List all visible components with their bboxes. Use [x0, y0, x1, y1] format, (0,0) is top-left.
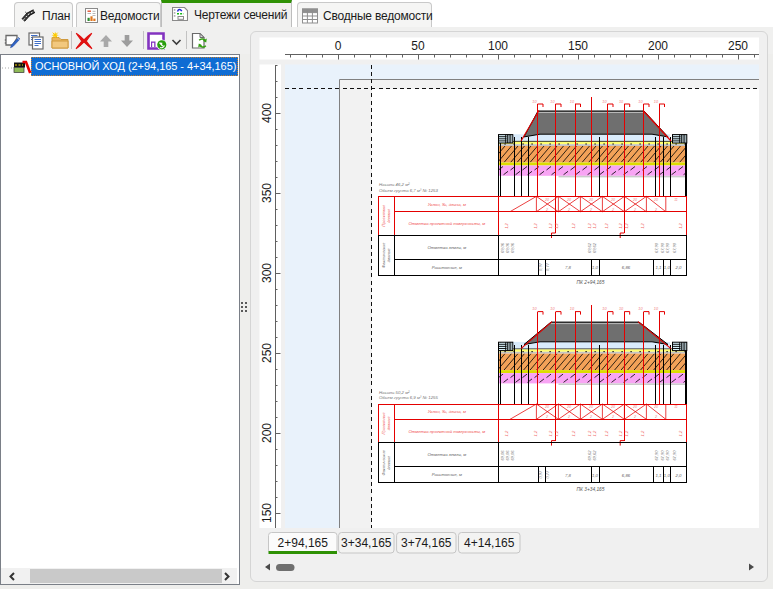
svg-text:20: 20 — [588, 198, 593, 202]
svg-text:1,2: 1,2 — [678, 222, 683, 228]
svg-text:2,0: 2,0 — [675, 473, 683, 478]
svg-text:1,0: 1,0 — [664, 265, 671, 270]
svg-text:100: 100 — [488, 39, 508, 53]
svg-text:1,1: 1,1 — [656, 265, 663, 270]
svg-text:1,0: 1,0 — [592, 265, 599, 270]
svg-text:данные: данные — [386, 455, 391, 470]
svg-text:0,97: 0,97 — [538, 470, 543, 479]
svg-text:0,77: 0,77 — [545, 262, 550, 271]
svg-text:1,2: 1,2 — [604, 222, 609, 228]
svg-text:1,2: 1,2 — [640, 222, 645, 228]
svg-text:20: 20 — [610, 198, 615, 202]
svg-text:1,2: 1,2 — [618, 430, 623, 436]
svg-text:20: 20 — [632, 198, 637, 202]
svg-text:2+94,165: 2+94,165 — [278, 536, 329, 550]
svg-text:1,2: 1,2 — [678, 430, 683, 436]
svg-text:20: 20 — [566, 198, 571, 202]
svg-text:данные: данные — [386, 208, 391, 223]
svg-text:11: 11 — [674, 406, 678, 410]
svg-text:20: 20 — [544, 406, 549, 410]
svg-text:20: 20 — [588, 406, 593, 410]
svg-text:1,2: 1,2 — [571, 222, 576, 228]
svg-text:1,2: 1,2 — [554, 222, 559, 228]
svg-text:2: 2 — [589, 208, 592, 212]
svg-text:Насыпь 46,2 м²: Насыпь 46,2 м² — [379, 182, 410, 187]
svg-text:250: 250 — [728, 39, 748, 53]
svg-text:Расстояние, м: Расстояние, м — [432, 265, 462, 270]
svg-text:1,2: 1,2 — [533, 222, 538, 228]
svg-text:данные: данные — [386, 416, 391, 431]
svg-text:200: 200 — [260, 423, 274, 443]
svg-text:1,2: 1,2 — [640, 430, 645, 436]
svg-text:1,2: 1,2 — [504, 430, 509, 436]
svg-text:69,62: 69,62 — [592, 242, 597, 253]
svg-text:7,8: 7,8 — [565, 473, 572, 478]
svg-text:2: 2 — [633, 208, 636, 212]
svg-text:2: 2 — [611, 208, 614, 212]
svg-text:Расстояние, м: Расстояние, м — [432, 472, 462, 477]
svg-text:1,2: 1,2 — [592, 430, 597, 436]
svg-text:2: 2 — [589, 415, 592, 419]
svg-text:1,2: 1,2 — [618, 222, 623, 228]
svg-text:6,86: 6,86 — [622, 265, 631, 270]
svg-text:300: 300 — [260, 263, 274, 283]
svg-text:6,86: 6,86 — [622, 473, 631, 478]
svg-text:2: 2 — [567, 415, 570, 419]
svg-text:1,0: 1,0 — [592, 473, 599, 478]
svg-text:67,90: 67,90 — [672, 242, 677, 253]
svg-text:69,62: 69,62 — [592, 450, 597, 461]
svg-text:69,06: 69,06 — [510, 242, 515, 253]
svg-text:1,2: 1,2 — [554, 430, 559, 436]
svg-text:1,2: 1,2 — [592, 222, 597, 228]
svg-text:Уклон, ‰, длина, м: Уклон, ‰, длина, м — [428, 202, 466, 207]
svg-text:0,97: 0,97 — [538, 262, 543, 271]
svg-text:400: 400 — [260, 103, 274, 123]
svg-text:20: 20 — [653, 406, 658, 410]
svg-text:1,1: 1,1 — [656, 473, 663, 478]
svg-text:1,2: 1,2 — [533, 430, 538, 436]
svg-text:20: 20 — [653, 198, 658, 202]
svg-text:Отметка проектной поверхности,: Отметка проектной поверхности, м — [408, 221, 485, 226]
svg-text:1,2: 1,2 — [624, 430, 629, 436]
svg-text:1,2: 1,2 — [548, 222, 553, 228]
svg-text:данные: данные — [386, 247, 391, 262]
svg-text:69,06: 69,06 — [510, 450, 515, 461]
svg-text:Объем грунта 6,9 м³ № 1255: Объем грунта 6,9 м³ № 1255 — [379, 395, 439, 400]
svg-text:67,90: 67,90 — [665, 450, 670, 461]
svg-text:2: 2 — [545, 208, 548, 212]
svg-text:67,90: 67,90 — [660, 450, 665, 461]
svg-text:1,2: 1,2 — [604, 430, 609, 436]
svg-text:ПК 2+94,165: ПК 2+94,165 — [577, 280, 605, 285]
svg-text:3+74,165: 3+74,165 — [401, 536, 452, 550]
svg-text:67,90: 67,90 — [654, 450, 659, 461]
svg-text:4+14,165: 4+14,165 — [464, 536, 515, 550]
svg-text:2: 2 — [545, 415, 548, 419]
svg-text:67,90: 67,90 — [665, 242, 670, 253]
svg-text:200: 200 — [648, 39, 668, 53]
svg-text:11: 11 — [674, 198, 678, 202]
svg-text:67,90: 67,90 — [672, 450, 677, 461]
svg-text:1,2: 1,2 — [504, 222, 509, 228]
svg-text:2,0: 2,0 — [675, 265, 683, 270]
svg-text:Уклон, ‰, длина, м: Уклон, ‰, длина, м — [428, 409, 466, 414]
svg-text:1,2: 1,2 — [548, 430, 553, 436]
svg-text:1,2: 1,2 — [624, 222, 629, 228]
svg-text:50: 50 — [411, 39, 425, 53]
svg-text:2: 2 — [654, 415, 657, 419]
svg-text:1,0: 1,0 — [664, 473, 671, 478]
svg-text:1,2: 1,2 — [571, 430, 576, 436]
svg-text:ПК 3+34,165: ПК 3+34,165 — [577, 487, 605, 492]
svg-text:350: 350 — [260, 183, 274, 203]
svg-text:Отметка земли, м: Отметка земли, м — [427, 452, 466, 457]
svg-text:0,77: 0,77 — [545, 470, 550, 479]
svg-text:3+34,165: 3+34,165 — [341, 536, 392, 550]
svg-text:2: 2 — [567, 208, 570, 212]
svg-text:0: 0 — [335, 39, 342, 53]
svg-text:20: 20 — [566, 406, 571, 410]
svg-text:250: 250 — [260, 343, 274, 363]
svg-text:Насыпь 50,2 м²: Насыпь 50,2 м² — [379, 390, 410, 395]
svg-text:7,8: 7,8 — [565, 265, 572, 270]
svg-text:67,90: 67,90 — [654, 242, 659, 253]
svg-text:Объем грунта 6,7 м³ № 1253: Объем грунта 6,7 м³ № 1253 — [379, 188, 439, 193]
svg-text:150: 150 — [568, 39, 588, 53]
